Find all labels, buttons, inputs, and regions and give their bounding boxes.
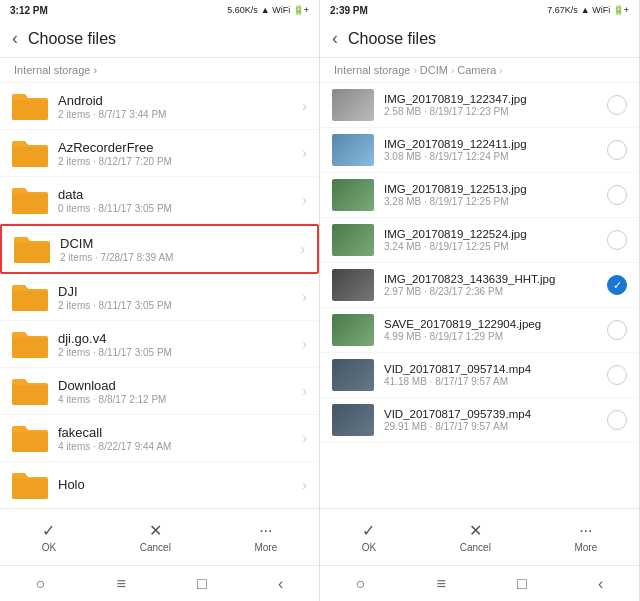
chevron-right-icon: ›	[302, 336, 307, 352]
right-file-item[interactable]: IMG_20170819_122524.jpg 3.24 MB · 8/19/1…	[320, 218, 639, 263]
left-more-button[interactable]: ··· More	[238, 518, 293, 557]
right-ok-icon: ✓	[362, 521, 375, 540]
left-header-title: Choose files	[28, 30, 116, 48]
check-circle[interactable]	[607, 140, 627, 160]
right-file-item[interactable]: IMG_20170819_122347.jpg 2.58 MB · 8/19/1…	[320, 83, 639, 128]
right-file-item[interactable]: IMG_20170819_122411.jpg 3.08 MB · 8/19/1…	[320, 128, 639, 173]
chevron-right-icon: ›	[302, 383, 307, 399]
left-breadcrumb: Internal storage ›	[0, 58, 319, 83]
right-more-label: More	[574, 542, 597, 553]
right-breadcrumb-camera: Camera	[457, 64, 496, 76]
right-header: ‹ Choose files	[320, 20, 639, 58]
file-meta: 2 items · 7/28/17 8:39 AM	[60, 252, 300, 263]
right-breadcrumb-dcim: DCIM	[420, 64, 448, 76]
check-circle[interactable]	[607, 365, 627, 385]
right-file-item[interactable]: IMG_20170823_143639_HHT.jpg 2.97 MB · 8/…	[320, 263, 639, 308]
right-file-list: IMG_20170819_122347.jpg 2.58 MB · 8/19/1…	[320, 83, 639, 508]
folder-icon	[12, 329, 48, 359]
left-file-item[interactable]: DJI 2 items · 8/11/17 3:05 PM ›	[0, 274, 319, 321]
thumb-meta: 4.99 MB · 8/19/17 1:29 PM	[384, 331, 607, 342]
right-breadcrumb-sep3: ›	[499, 65, 502, 76]
right-ok-button[interactable]: ✓ OK	[346, 517, 392, 557]
left-bottom-toolbar: ✓ OK ✕ Cancel ··· More	[0, 508, 319, 565]
left-cancel-icon: ✕	[149, 521, 162, 540]
left-cancel-button[interactable]: ✕ Cancel	[124, 517, 187, 557]
left-file-item[interactable]: Download 4 items · 8/8/17 2:12 PM ›	[0, 368, 319, 415]
left-status-time: 3:12 PM	[10, 5, 48, 16]
file-meta: 2 items · 8/11/17 3:05 PM	[58, 347, 302, 358]
folder-icon	[14, 234, 50, 264]
folder-icon	[12, 376, 48, 406]
chevron-right-icon: ›	[302, 192, 307, 208]
right-nav-recent-icon[interactable]: □	[517, 575, 527, 593]
right-panel: 2:39 PM 7.67K/s ▲ WiFi 🔋+ ‹ Choose files…	[320, 0, 640, 601]
left-back-button[interactable]: ‹	[12, 28, 18, 49]
left-file-item[interactable]: dji.go.v4 2 items · 8/11/17 3:05 PM ›	[0, 321, 319, 368]
left-panel: 3:12 PM 5.60K/s ▲ WiFi 🔋+ ‹ Choose files…	[0, 0, 320, 601]
check-circle[interactable]	[607, 275, 627, 295]
left-file-item[interactable]: fakecall 4 items · 8/22/17 9:44 AM ›	[0, 415, 319, 462]
thumb-info: VID_20170817_095714.mp4 41.18 MB · 8/17/…	[384, 363, 607, 387]
right-back-button[interactable]: ‹	[332, 28, 338, 49]
right-file-item[interactable]: VID_20170817_095714.mp4 41.18 MB · 8/17/…	[320, 353, 639, 398]
thumb-info: VID_20170817_095739.mp4 29.91 MB · 8/17/…	[384, 408, 607, 432]
check-circle[interactable]	[607, 95, 627, 115]
left-header: ‹ Choose files	[0, 20, 319, 58]
left-file-item[interactable]: Holo ›	[0, 462, 319, 508]
left-nav-recent-icon[interactable]: □	[197, 575, 207, 593]
left-status-bar: 3:12 PM 5.60K/s ▲ WiFi 🔋+	[0, 0, 319, 20]
check-circle[interactable]	[607, 230, 627, 250]
thumb-name: IMG_20170819_122347.jpg	[384, 93, 607, 105]
left-nav-menu-icon[interactable]: ≡	[117, 575, 126, 593]
right-file-item[interactable]: SAVE_20170819_122904.jpeg 4.99 MB · 8/19…	[320, 308, 639, 353]
thumb-name: IMG_20170819_122411.jpg	[384, 138, 607, 150]
file-name: DJI	[58, 284, 302, 299]
file-name: Download	[58, 378, 302, 393]
left-nav-back-icon[interactable]: ‹	[278, 575, 283, 593]
right-breadcrumb-sep2: ›	[451, 65, 454, 76]
file-info: data 0 items · 8/11/17 3:05 PM	[58, 187, 302, 214]
right-breadcrumb-storage: Internal storage	[334, 64, 410, 76]
thumbnail-image	[332, 359, 374, 391]
check-circle[interactable]	[607, 185, 627, 205]
left-status-icons: 5.60K/s ▲ WiFi 🔋+	[227, 5, 309, 15]
thumb-meta: 3.28 MB · 8/19/17 12:25 PM	[384, 196, 607, 207]
right-file-item[interactable]: IMG_20170819_122513.jpg 3.28 MB · 8/19/1…	[320, 173, 639, 218]
left-file-item[interactable]: data 0 items · 8/11/17 3:05 PM ›	[0, 177, 319, 224]
file-info: DJI 2 items · 8/11/17 3:05 PM	[58, 284, 302, 311]
file-name: AzRecorderFree	[58, 140, 302, 155]
left-file-item[interactable]: AzRecorderFree 2 items · 8/12/17 7:20 PM…	[0, 130, 319, 177]
thumb-name: IMG_20170819_122524.jpg	[384, 228, 607, 240]
chevron-right-icon: ›	[302, 430, 307, 446]
right-network-speed: 7.67K/s	[547, 5, 578, 15]
right-status-time: 2:39 PM	[330, 5, 368, 16]
right-nav-home-icon[interactable]: ○	[356, 575, 366, 593]
left-nav-home-icon[interactable]: ○	[36, 575, 46, 593]
left-ok-button[interactable]: ✓ OK	[26, 517, 72, 557]
thumb-info: IMG_20170819_122347.jpg 2.58 MB · 8/19/1…	[384, 93, 607, 117]
folder-icon	[12, 282, 48, 312]
thumb-info: IMG_20170819_122513.jpg 3.28 MB · 8/19/1…	[384, 183, 607, 207]
right-nav-back-icon[interactable]: ‹	[598, 575, 603, 593]
file-meta: 2 items · 8/7/17 3:44 PM	[58, 109, 302, 120]
thumb-meta: 3.24 MB · 8/19/17 12:25 PM	[384, 241, 607, 252]
right-breadcrumb-sep1: ›	[413, 65, 416, 76]
left-file-item[interactable]: DCIM 2 items · 7/28/17 8:39 AM ›	[0, 224, 319, 274]
right-header-title: Choose files	[348, 30, 436, 48]
file-info: Holo	[58, 477, 302, 493]
right-more-button[interactable]: ··· More	[558, 518, 613, 557]
file-info: AzRecorderFree 2 items · 8/12/17 7:20 PM	[58, 140, 302, 167]
thumbnail-image	[332, 404, 374, 436]
right-nav-menu-icon[interactable]: ≡	[437, 575, 446, 593]
check-circle[interactable]	[607, 410, 627, 430]
left-file-item[interactable]: Android 2 items · 8/7/17 3:44 PM ›	[0, 83, 319, 130]
folder-icon	[12, 185, 48, 215]
thumb-meta: 41.18 MB · 8/17/17 9:57 AM	[384, 376, 607, 387]
right-file-item[interactable]: VID_20170817_095739.mp4 29.91 MB · 8/17/…	[320, 398, 639, 443]
chevron-right-icon: ›	[302, 98, 307, 114]
file-name: dji.go.v4	[58, 331, 302, 346]
left-more-label: More	[254, 542, 277, 553]
thumb-meta: 29.91 MB · 8/17/17 9:57 AM	[384, 421, 607, 432]
right-cancel-button[interactable]: ✕ Cancel	[444, 517, 507, 557]
check-circle[interactable]	[607, 320, 627, 340]
